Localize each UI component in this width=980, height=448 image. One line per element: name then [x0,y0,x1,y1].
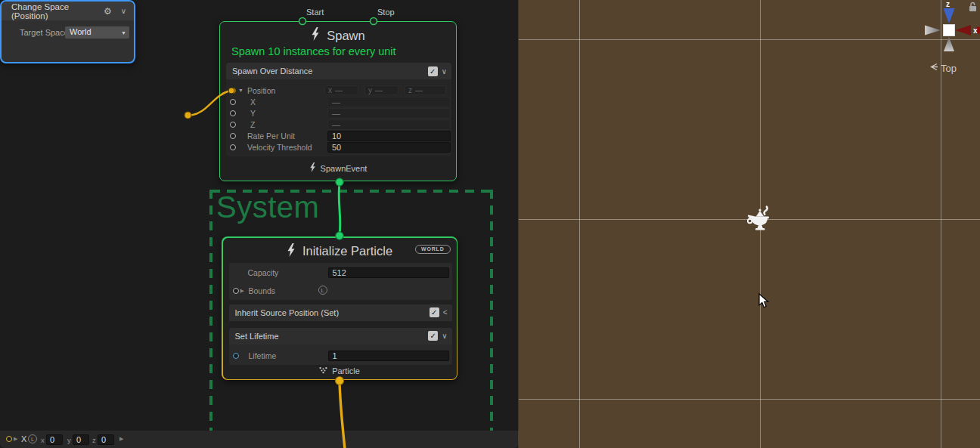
axis-x-prefix: x [41,436,45,444]
rate-per-unit-port[interactable] [230,133,236,139]
inherit-source-position-checkbox[interactable]: ✓ [430,307,439,317]
graph-editor-pane[interactable]: System Start Stop Spawn Spawn 10 instanc… [0,0,519,448]
capacity-bounds-block: Capacity 512 ▶ Bounds L [229,263,452,300]
z-field[interactable]: — [327,119,451,130]
x-field[interactable]: — [327,97,451,107]
initialize-particle-node[interactable]: Initialize Particle WORLD Capacity 512 ▶… [222,236,457,380]
grid-line-horizontal [519,399,980,400]
world-space-badge[interactable]: WORLD [415,245,450,254]
velocity-threshold-port[interactable] [230,144,236,150]
view-angle-label[interactable]: Top [929,62,957,74]
triangle-right-icon: ▶ [119,436,123,442]
chevron-down-icon[interactable]: ∨ [121,6,126,16]
axis-y-prefix: y [67,436,71,444]
change-space-io-row: ▶ X L x 0 y 0 z 0 ▶ [0,431,519,448]
chevron-left-icon[interactable]: < [443,307,448,317]
change-space-node[interactable]: Change Space (Position) ⚙ ∨ Target Space… [0,0,135,63]
spawn-start-port-label: Start [306,8,324,17]
spawn-node-subtitle: Spawn 10 instances for every unit [231,45,456,57]
bounds-input-port[interactable] [233,288,239,294]
triangle-right-icon[interactable]: ▶ [240,288,244,294]
view-chevron-icon [929,62,938,74]
gizmo-axis-down-cone [944,37,954,51]
target-space-dropdown[interactable]: World ▼ [65,26,129,39]
spawn-context-node[interactable]: Spawn Spawn 10 instances for every unit … [219,21,457,181]
z-label: Z [250,120,255,129]
y-value-field[interactable]: 0 [73,434,89,445]
lifetime-field[interactable]: 1 [328,351,449,361]
local-space-icon[interactable]: L [28,434,37,443]
position-x-value: — [335,86,343,94]
position-y-field[interactable]: y— [364,85,399,95]
x-label: X [250,97,256,107]
set-lifetime-block[interactable]: Set Lifetime ✓ ∨ Lifetime 1 [229,328,452,365]
z-input-port[interactable] [230,122,236,128]
capacity-row: Capacity 512 [229,267,452,279]
chevron-down-icon[interactable]: ∨ [442,66,447,76]
initialize-node-title: Initialize Particle [302,244,392,258]
particle-footer: Particle [223,366,457,375]
lock-icon [969,3,976,12]
capacity-field[interactable]: 512 [328,267,449,278]
spawn-over-distance-checkbox[interactable]: ✓ [428,66,438,76]
spawn-over-distance-header[interactable]: Spawn Over Distance ✓ ∨ [226,63,451,79]
spawn-over-distance-block[interactable]: Spawn Over Distance ✓ ∨ ▼ Position x— y—… [226,63,451,156]
view-label-text: Top [941,63,957,74]
gizmo-x-label: x [973,26,978,35]
spawn-over-distance-title: Spawn Over Distance [232,66,312,76]
system-group-label: System [216,190,319,224]
x-input-port[interactable] [230,99,236,105]
position-z-value: — [415,86,423,94]
spawn-node-title: Spawn [327,29,364,43]
system-group-border-left [209,190,212,448]
position-x-field[interactable]: x— [324,85,358,95]
particle-dots-icon [319,366,327,375]
y-label: Y [250,109,256,118]
lifetime-row: Lifetime 1 [229,351,452,362]
change-space-output-port [185,112,191,119]
gear-icon[interactable]: ⚙ [104,6,112,17]
change-space-header[interactable]: Change Space (Position) ⚙ ∨ [2,2,134,20]
bounds-label: Bounds [249,286,276,295]
spawn-stop-port-label: Stop [377,8,395,17]
velocity-threshold-label: Velocity Threshold [247,143,312,152]
spawn-event-label: SpawnEvent [321,164,368,173]
change-space-input-port[interactable] [6,436,12,442]
axis-z-prefix: z [92,436,96,444]
spawn-node-header: Spawn [220,26,456,45]
inherit-source-position-block[interactable]: Inherit Source Position (Set) ✓ < [229,304,452,321]
rate-per-unit-field[interactable]: 10 [327,131,451,141]
local-space-icon[interactable]: L [318,286,327,295]
position-z-field[interactable]: z— [405,85,446,95]
x-value-field[interactable]: 0 [46,434,63,445]
position-expand-icon[interactable]: ▼ [238,88,243,93]
lightning-icon [309,162,316,174]
set-lifetime-title: Set Lifetime [235,332,279,341]
y-input-port[interactable] [230,110,236,116]
chevron-down-icon[interactable]: ∨ [442,331,447,341]
grid-line-horizontal [519,39,980,40]
lifetime-label: Lifetime [249,351,277,360]
scene-orientation-gizmo[interactable]: z x [920,0,980,60]
z-value-field[interactable]: 0 [98,434,114,445]
lifetime-input-port[interactable] [233,353,239,359]
position-y-value: — [375,86,383,94]
set-lifetime-checkbox[interactable]: ✓ [428,331,438,341]
dropdown-arrow-icon: ▼ [121,27,126,39]
gizmo-axis-left-cone [925,26,941,36]
velocity-threshold-row: Velocity Threshold 50 [226,142,451,153]
system-group-border-right [490,190,493,448]
y-field[interactable]: — [327,108,451,119]
gizmo-axis-x-cone [955,25,971,36]
gizmo-center-cube [944,25,955,36]
grid-line-vertical [579,0,580,448]
lightning-icon [287,243,296,260]
capacity-label: Capacity [248,268,279,277]
position-input-port[interactable] [230,88,236,94]
scene-view-pane[interactable]: z x Top [519,0,980,448]
inherit-source-position-title: Inherit Source Position (Set) [235,308,340,317]
gizmo-axis-z-cone [944,8,955,23]
spawn-event-footer: SpawnEvent [220,162,456,174]
vfx-lamp-gizmo-icon[interactable] [747,205,773,236]
velocity-threshold-field[interactable]: 50 [327,142,451,153]
